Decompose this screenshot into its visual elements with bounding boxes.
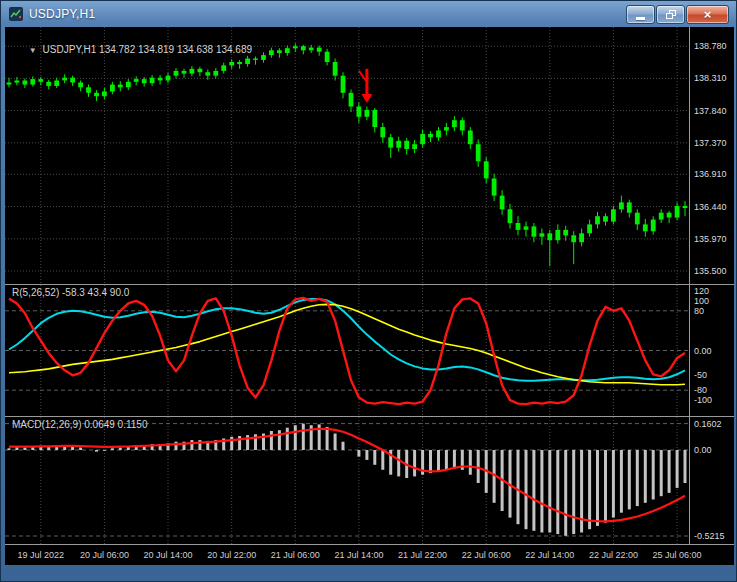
chart-area[interactable]: 138.780138.310137.840137.370136.910136.4…	[5, 27, 734, 565]
restore-icon	[666, 10, 676, 19]
indicator-legend-r: R(5,26,52) -58.3 43.4 90.0	[12, 287, 129, 299]
macd-signal-line	[9, 429, 685, 522]
svg-text:-100: -100	[694, 395, 712, 405]
svg-text:135.500: 135.500	[694, 266, 727, 276]
chart-window-icon	[9, 7, 23, 21]
svg-text:136.440: 136.440	[694, 202, 727, 212]
main-chart-legend-row: ▼USDJPY,H1 134.782 134.819 134.638 134.6…	[12, 32, 252, 69]
svg-text:-50: -50	[694, 370, 707, 380]
time-axis[interactable]: 19 Jul 202220 Jul 06:0020 Jul 14:0020 Ju…	[18, 550, 702, 560]
svg-text:21 Jul 14:00: 21 Jul 14:00	[334, 550, 383, 560]
svg-text:120: 120	[694, 286, 709, 296]
main-chart-legend: USDJPY,H1 134.782 134.819 134.638 134.68…	[43, 44, 252, 55]
osc-yellow-line	[9, 304, 685, 384]
sell-arrow[interactable]	[359, 69, 373, 103]
close-button[interactable]: ×	[686, 5, 729, 24]
svg-text:138.310: 138.310	[694, 73, 727, 83]
minimize-icon	[636, 17, 645, 20]
candles	[7, 43, 688, 266]
svg-text:80: 80	[694, 306, 704, 316]
svg-text:0.00: 0.00	[694, 346, 712, 356]
chevron-down-icon[interactable]: ▼	[29, 46, 37, 55]
svg-text:-80: -80	[694, 385, 707, 395]
svg-text:20 Jul 14:00: 20 Jul 14:00	[143, 550, 192, 560]
minimize-button[interactable]	[626, 5, 655, 24]
app-window: USDJPY,H1 × 138.780138.310137.840137.370…	[0, 0, 737, 582]
svg-text:22 Jul 06:00: 22 Jul 06:00	[462, 550, 511, 560]
svg-text:137.370: 137.370	[694, 138, 727, 148]
svg-text:22 Jul 14:00: 22 Jul 14:00	[525, 550, 574, 560]
svg-text:138.780: 138.780	[694, 41, 727, 51]
svg-text:21 Jul 06:00: 21 Jul 06:00	[271, 550, 320, 560]
svg-text:137.840: 137.840	[694, 106, 727, 116]
svg-text:0.00: 0.00	[694, 445, 712, 455]
svg-text:25 Jul 06:00: 25 Jul 06:00	[653, 550, 702, 560]
svg-text:22 Jul 22:00: 22 Jul 22:00	[589, 550, 638, 560]
svg-text:20 Jul 06:00: 20 Jul 06:00	[80, 550, 129, 560]
close-icon: ×	[704, 6, 712, 23]
price-scale[interactable]: 138.780138.310137.840137.370136.910136.4…	[694, 41, 727, 541]
svg-text:21 Jul 22:00: 21 Jul 22:00	[398, 550, 447, 560]
svg-text:0.1602: 0.1602	[694, 419, 722, 429]
grid-horizontal	[5, 46, 689, 271]
svg-text:136.910: 136.910	[694, 169, 727, 179]
svg-text:100: 100	[694, 296, 709, 306]
svg-text:20 Jul 22:00: 20 Jul 22:00	[207, 550, 256, 560]
titlebar[interactable]: USDJPY,H1 ×	[1, 1, 736, 27]
svg-text:135.970: 135.970	[694, 234, 727, 244]
window-controls: ×	[626, 5, 729, 24]
panel-separators[interactable]	[5, 27, 734, 545]
restore-button[interactable]	[656, 5, 685, 24]
svg-text:-0.5215: -0.5215	[694, 531, 725, 541]
window-title: USDJPY,H1	[29, 7, 95, 21]
indicator-legend-macd: MACD(12,26,9) 0.0649 0.1150	[12, 419, 147, 431]
svg-text:19 Jul 2022: 19 Jul 2022	[18, 550, 65, 560]
